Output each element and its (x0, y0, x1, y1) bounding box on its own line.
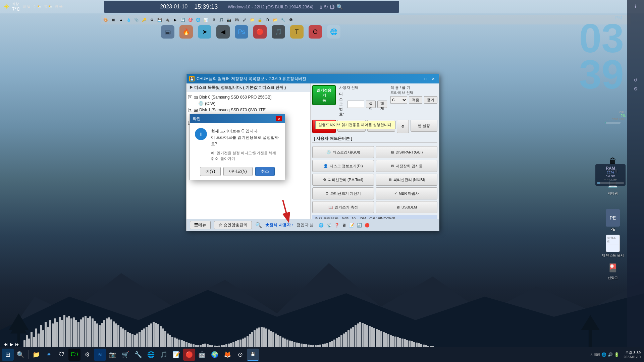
toolbar-icon-6[interactable]: 🔑 (141, 16, 148, 23)
panel-icon-2[interactable]: ↺ (634, 77, 638, 83)
toolbar-icon-3[interactable]: ▲ (118, 16, 124, 23)
no-button[interactable]: 아니요(N) (223, 167, 253, 176)
menu-button[interactable]: ☰메뉴 (190, 221, 211, 229)
cancel-button[interactable]: 취소 (255, 167, 275, 176)
taskbar-icon-camera[interactable]: 📷 (107, 349, 119, 361)
taskbar-icon-explorer[interactable]: 📁 (30, 349, 42, 361)
prev-btn[interactable]: ⏮ (3, 342, 8, 347)
taskbar-icon-ps[interactable]: Ps (94, 349, 106, 361)
partition-calc-button[interactable]: ⚙ 파티션크기 계산기 (312, 187, 374, 199)
toolbar-icon-14[interactable]: 📊 (203, 16, 209, 23)
toolbar-icon-22[interactable]: D (264, 16, 271, 23)
maximize-button[interactable]: □ (422, 76, 429, 82)
close-button[interactable]: ✕ (430, 76, 436, 82)
release2-button[interactable]: 풀기 (424, 96, 437, 104)
security-mgr-button[interactable]: ☆ 승인앙호관리 (214, 221, 252, 229)
toolbar-icon-21[interactable]: 🔒 (257, 16, 263, 23)
mbr-button[interactable]: ✓ MBR 마법사 (376, 187, 437, 199)
disk1-expand[interactable]: ▼ (188, 108, 192, 112)
toolbar-icon-24[interactable]: 🔧 (280, 16, 286, 23)
panel-icon-3[interactable]: ⚙ (634, 86, 638, 92)
toolbar-icon-5[interactable]: 📎 (133, 16, 140, 23)
disk0-partition[interactable]: 💿 (C:W) (188, 100, 309, 107)
disk0-item[interactable]: ▼ 🖴 Disk 0 [Samsung SSD 860 PRO 256GB] (188, 94, 309, 100)
app-icon-ps[interactable]: Ps (235, 25, 248, 39)
drive-select[interactable]: CDE (390, 96, 407, 104)
app-icon-arrow[interactable]: ➤ (198, 25, 211, 39)
app-settings-button[interactable]: 앱 설정 (411, 120, 437, 132)
tray-up-arrow[interactable]: ∧ (590, 352, 593, 357)
storage-check-button[interactable]: 🖥 저장장치 검사툴 (376, 160, 437, 172)
footer-icon-6[interactable]: 🔄 (357, 223, 362, 228)
footer-icon-7[interactable]: 🔴 (365, 223, 370, 228)
taskbar-icon-app[interactable]: 💾 (247, 349, 259, 361)
desktop-icon-text-doc[interactable]: 새 텍스트 새 텍스트 문서 (601, 235, 625, 258)
taskbar-icon-chrome[interactable]: ⊙ (234, 349, 246, 361)
toolbar-icon-2[interactable]: ⊞ (110, 16, 117, 23)
usbdlm-button[interactable]: 🖥 USBDLM (376, 201, 437, 213)
search-icon-footer[interactable]: 🔍 (255, 222, 262, 228)
yes-button[interactable]: 예(Y) (200, 167, 221, 176)
app-icon-music[interactable]: 🎵 (272, 25, 285, 39)
taskbar-search[interactable]: 🔍 (14, 349, 26, 361)
diskpart-button[interactable]: 🖥 DISKPART(GUI) (376, 146, 437, 158)
toolbar-icon-8[interactable]: 💾 (156, 16, 163, 23)
taskbar-icon-net[interactable]: 🌐 (145, 349, 157, 361)
start-button[interactable]: ⊞ (2, 349, 14, 361)
taskbar-icon-music[interactable]: 🎵 (158, 349, 170, 361)
next-btn[interactable]: ⏭ (15, 342, 20, 347)
minimize-button[interactable]: ─ (415, 76, 422, 82)
disk1-item[interactable]: ▼ 🖴 Disk 1 [Samsung SSD 870 QVO 1TB] (188, 107, 309, 113)
toolbar-icon-1[interactable]: 🎨 (102, 16, 109, 23)
taskbar-icon-settings[interactable]: ⚙ (81, 349, 93, 361)
app-icon-chrome[interactable]: 🌐 (327, 25, 340, 39)
toolbar-icon-17[interactable]: 📷 (226, 16, 232, 23)
settings-func-button[interactable]: ⚙ (397, 120, 409, 133)
toolbar-icon-18[interactable]: 🎮 (233, 16, 240, 23)
footer-icon-5[interactable]: 📝 (349, 223, 354, 228)
taskbar-icon-android[interactable]: 🤖 (196, 349, 208, 361)
tray-keyboard[interactable]: ⌨ (594, 352, 600, 357)
rw-measure-button[interactable]: 📖 읽기쓰기 측정 (312, 201, 374, 213)
taskbar-icon-shield[interactable]: 🛡 (56, 349, 68, 361)
taskbar-icon-store[interactable]: 🛒 (119, 349, 131, 361)
disk-num-input[interactable] (347, 101, 364, 108)
taskbar-icon-notepad[interactable]: 📝 (170, 349, 182, 361)
disk0-expand[interactable]: ▼ (188, 95, 192, 99)
tray-battery[interactable]: 🔋 (614, 352, 619, 357)
footer-icon-2[interactable]: 📡 (327, 223, 332, 228)
toolbar-icon-25[interactable]: 🛠 (287, 16, 294, 23)
toolbar-icon-11[interactable]: 🔄 (179, 16, 186, 23)
apply-button[interactable]: 적용 (409, 96, 422, 104)
partition-tool-button[interactable]: ⚙ 파티션관리 (P.A.Tool) (312, 174, 374, 186)
readonly-button[interactable]: 읽기전용 기 능 (312, 85, 336, 105)
desktop-icon-pe[interactable]: PE PE (601, 209, 625, 231)
clock-area[interactable]: 오후 3:39 2023-01-10 (624, 350, 641, 359)
toolbar-icon-23[interactable]: 📂 (272, 16, 279, 23)
toolbar-icon-9[interactable]: 🔌 (164, 16, 171, 23)
play-btn[interactable]: ▶ (10, 342, 13, 347)
toolbar-icon-4[interactable]: 💧 (125, 16, 132, 23)
toolbar-icon-19[interactable]: 🖊 (241, 16, 248, 23)
taskbar-icon-cmd[interactable]: C:\ (68, 349, 80, 361)
disk-check-button[interactable]: 💿 디스크검사(GUI) (312, 146, 374, 158)
taskbar-icon-edge[interactable]: e (43, 349, 55, 361)
footer-icon-4[interactable]: 🖥 (342, 223, 346, 228)
panel-icon-top[interactable]: 🌡 (633, 3, 638, 9)
footer-icon-3[interactable]: ❓ (334, 223, 339, 228)
settings-button[interactable]: 설정 (366, 101, 376, 108)
toolbar-icon-7[interactable]: ⚙ (149, 16, 155, 23)
footer-icon-1[interactable]: 🌐 (319, 223, 324, 228)
app-icon-flame[interactable]: 🔥 (179, 25, 193, 39)
taskbar-icon-red[interactable]: 🔴 (183, 349, 195, 361)
release-button[interactable]: 해제 (377, 101, 387, 108)
tray-speaker[interactable]: 🔊 (608, 352, 613, 357)
dialog-close-button[interactable]: ✕ (276, 116, 282, 121)
taskbar-icon-tools[interactable]: 🔧 (132, 349, 144, 361)
app-icon-red-circle[interactable]: 🔴 (253, 25, 267, 39)
partition-niubi-button[interactable]: 🖥 파티션관리 (NIUBI) (376, 174, 437, 186)
tray-network[interactable]: 🌐 (601, 352, 606, 357)
toolbar-icon-13[interactable]: 🌐 (195, 16, 202, 23)
app-icon-hdd[interactable]: 🖴 (161, 25, 174, 39)
app-icon-type[interactable]: T (290, 25, 304, 39)
